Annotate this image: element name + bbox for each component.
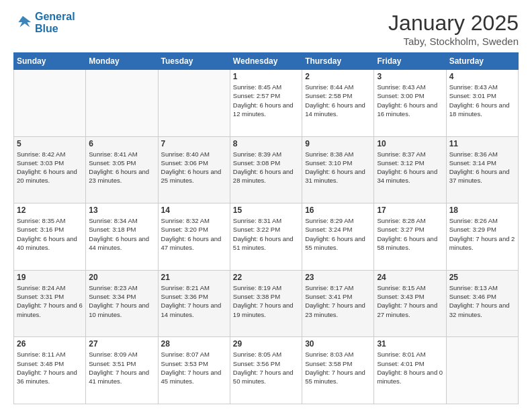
calendar-cell: 18Sunrise: 8:26 AM Sunset: 3:29 PM Dayli… (446, 203, 518, 271)
day-info: Sunrise: 8:17 AM Sunset: 3:41 PM Dayligh… (305, 283, 371, 319)
day-header-sunday: Sunday (14, 53, 86, 70)
day-info: Sunrise: 8:03 AM Sunset: 3:58 PM Dayligh… (305, 350, 371, 385)
header-row: SundayMondayTuesdayWednesdayThursdayFrid… (14, 53, 519, 70)
calendar-cell: 13Sunrise: 8:34 AM Sunset: 3:18 PM Dayli… (86, 203, 158, 271)
day-number: 29 (233, 339, 299, 349)
day-number: 4 (449, 72, 515, 81)
day-info: Sunrise: 8:45 AM Sunset: 2:57 PM Dayligh… (233, 83, 299, 118)
day-info: Sunrise: 8:24 AM Sunset: 3:31 PM Dayligh… (17, 283, 83, 319)
day-info: Sunrise: 8:28 AM Sunset: 3:27 PM Dayligh… (377, 216, 443, 252)
calendar-cell: 17Sunrise: 8:28 AM Sunset: 3:27 PM Dayli… (374, 203, 446, 271)
day-number: 8 (233, 139, 299, 148)
day-number: 28 (161, 339, 227, 349)
calendar-cell: 23Sunrise: 8:17 AM Sunset: 3:41 PM Dayli… (302, 270, 374, 337)
day-number: 31 (377, 339, 443, 349)
week-row-5: 26Sunrise: 8:11 AM Sunset: 3:48 PM Dayli… (14, 337, 519, 404)
day-info: Sunrise: 8:32 AM Sunset: 3:20 PM Dayligh… (161, 216, 227, 252)
calendar-cell: 20Sunrise: 8:23 AM Sunset: 3:34 PM Dayli… (86, 270, 158, 337)
calendar-title: January 2025 (388, 11, 519, 36)
week-row-4: 19Sunrise: 8:24 AM Sunset: 3:31 PM Dayli… (14, 270, 519, 337)
calendar-cell: 7Sunrise: 8:40 AM Sunset: 3:06 PM Daylig… (158, 136, 230, 203)
calendar-cell (14, 70, 86, 137)
day-info: Sunrise: 8:01 AM Sunset: 4:01 PM Dayligh… (377, 350, 443, 385)
logo: General Blue (13, 11, 75, 36)
logo-text2: Blue (35, 23, 75, 35)
calendar-cell: 21Sunrise: 8:21 AM Sunset: 3:36 PM Dayli… (158, 270, 230, 337)
calendar-cell: 26Sunrise: 8:11 AM Sunset: 3:48 PM Dayli… (14, 337, 86, 404)
day-info: Sunrise: 8:09 AM Sunset: 3:51 PM Dayligh… (89, 350, 154, 385)
day-number: 7 (161, 139, 227, 148)
day-info: Sunrise: 8:19 AM Sunset: 3:38 PM Dayligh… (233, 283, 299, 319)
calendar-cell: 12Sunrise: 8:35 AM Sunset: 3:16 PM Dayli… (14, 203, 86, 271)
day-number: 26 (17, 339, 83, 349)
day-number: 2 (305, 72, 371, 81)
calendar-cell: 15Sunrise: 8:31 AM Sunset: 3:22 PM Dayli… (230, 203, 302, 271)
day-number: 24 (377, 273, 443, 282)
day-header-wednesday: Wednesday (230, 53, 302, 70)
day-info: Sunrise: 8:34 AM Sunset: 3:18 PM Dayligh… (89, 216, 154, 252)
calendar-table: SundayMondayTuesdayWednesdayThursdayFrid… (13, 52, 519, 404)
day-info: Sunrise: 8:15 AM Sunset: 3:43 PM Dayligh… (377, 283, 443, 319)
day-info: Sunrise: 8:23 AM Sunset: 3:34 PM Dayligh… (89, 283, 154, 319)
calendar-cell: 25Sunrise: 8:13 AM Sunset: 3:46 PM Dayli… (446, 270, 518, 337)
calendar-cell: 6Sunrise: 8:41 AM Sunset: 3:05 PM Daylig… (86, 136, 158, 203)
day-number: 13 (89, 205, 154, 215)
day-number: 17 (377, 205, 443, 215)
day-info: Sunrise: 8:40 AM Sunset: 3:06 PM Dayligh… (161, 150, 227, 185)
day-info: Sunrise: 8:29 AM Sunset: 3:24 PM Dayligh… (305, 216, 371, 252)
day-number: 19 (17, 273, 83, 282)
page: General Blue January 2025 Taby, Stockhol… (0, 0, 532, 411)
week-row-2: 5Sunrise: 8:42 AM Sunset: 3:03 PM Daylig… (14, 136, 519, 203)
day-number: 10 (377, 139, 443, 148)
calendar-cell: 27Sunrise: 8:09 AM Sunset: 3:51 PM Dayli… (86, 337, 158, 404)
calendar-cell (158, 70, 230, 137)
day-number: 11 (449, 139, 515, 148)
calendar-cell: 11Sunrise: 8:36 AM Sunset: 3:14 PM Dayli… (446, 136, 518, 203)
calendar-cell: 31Sunrise: 8:01 AM Sunset: 4:01 PM Dayli… (374, 337, 446, 404)
day-number: 14 (161, 205, 227, 215)
calendar-subtitle: Taby, Stockholm, Sweden (388, 36, 519, 47)
day-info: Sunrise: 8:43 AM Sunset: 3:00 PM Dayligh… (377, 83, 443, 118)
day-number: 9 (305, 139, 371, 148)
day-info: Sunrise: 8:39 AM Sunset: 3:08 PM Dayligh… (233, 150, 299, 185)
logo-text: General (35, 11, 75, 23)
calendar-cell: 24Sunrise: 8:15 AM Sunset: 3:43 PM Dayli… (374, 270, 446, 337)
day-number: 16 (305, 205, 371, 215)
day-header-monday: Monday (86, 53, 158, 70)
calendar-cell: 5Sunrise: 8:42 AM Sunset: 3:03 PM Daylig… (14, 136, 86, 203)
calendar-cell: 8Sunrise: 8:39 AM Sunset: 3:08 PM Daylig… (230, 136, 302, 203)
calendar-cell: 4Sunrise: 8:43 AM Sunset: 3:01 PM Daylig… (446, 70, 518, 137)
day-header-saturday: Saturday (446, 53, 518, 70)
calendar-cell: 1Sunrise: 8:45 AM Sunset: 2:57 PM Daylig… (230, 70, 302, 137)
day-number: 6 (89, 139, 154, 148)
day-info: Sunrise: 8:35 AM Sunset: 3:16 PM Dayligh… (17, 216, 83, 252)
day-number: 18 (449, 205, 515, 215)
calendar-cell: 16Sunrise: 8:29 AM Sunset: 3:24 PM Dayli… (302, 203, 374, 271)
calendar-cell: 22Sunrise: 8:19 AM Sunset: 3:38 PM Dayli… (230, 270, 302, 337)
calendar-cell: 9Sunrise: 8:38 AM Sunset: 3:10 PM Daylig… (302, 136, 374, 203)
day-number: 23 (305, 273, 371, 282)
day-number: 20 (89, 273, 154, 282)
day-number: 3 (377, 72, 443, 81)
day-number: 1 (233, 72, 299, 81)
day-info: Sunrise: 8:07 AM Sunset: 3:53 PM Dayligh… (161, 350, 227, 385)
day-info: Sunrise: 8:38 AM Sunset: 3:10 PM Dayligh… (305, 150, 371, 185)
calendar-cell: 29Sunrise: 8:05 AM Sunset: 3:56 PM Dayli… (230, 337, 302, 404)
day-info: Sunrise: 8:11 AM Sunset: 3:48 PM Dayligh… (17, 350, 83, 385)
day-number: 27 (89, 339, 154, 349)
day-number: 15 (233, 205, 299, 215)
day-info: Sunrise: 8:44 AM Sunset: 2:58 PM Dayligh… (305, 83, 371, 118)
day-info: Sunrise: 8:13 AM Sunset: 3:46 PM Dayligh… (449, 283, 515, 319)
calendar-cell (446, 337, 518, 404)
calendar-cell: 19Sunrise: 8:24 AM Sunset: 3:31 PM Dayli… (14, 270, 86, 337)
day-number: 22 (233, 273, 299, 282)
calendar-cell: 14Sunrise: 8:32 AM Sunset: 3:20 PM Dayli… (158, 203, 230, 271)
day-number: 21 (161, 273, 227, 282)
header: General Blue January 2025 Taby, Stockhol… (13, 11, 519, 47)
svg-marker-0 (18, 16, 31, 28)
logo-icon (13, 13, 32, 32)
day-info: Sunrise: 8:21 AM Sunset: 3:36 PM Dayligh… (161, 283, 227, 319)
day-info: Sunrise: 8:31 AM Sunset: 3:22 PM Dayligh… (233, 216, 299, 252)
calendar-cell: 30Sunrise: 8:03 AM Sunset: 3:58 PM Dayli… (302, 337, 374, 404)
title-block: January 2025 Taby, Stockholm, Sweden (388, 11, 519, 47)
